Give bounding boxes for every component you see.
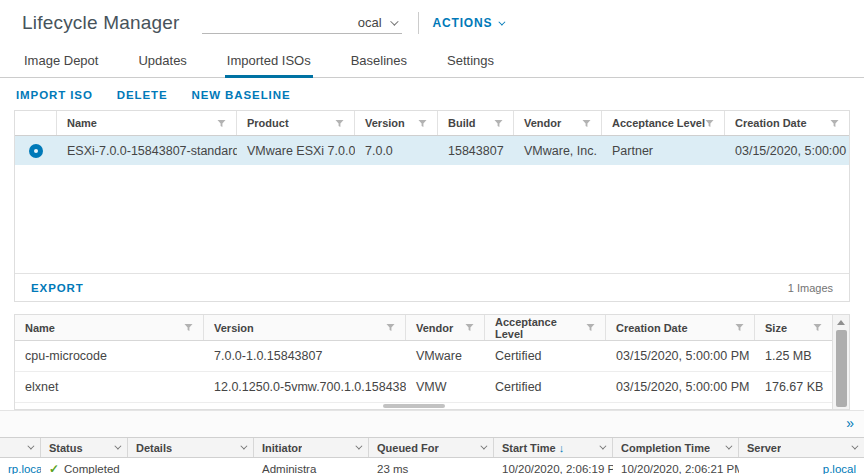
filter-icon[interactable]: [418, 119, 427, 128]
scroll-up-button[interactable]: [833, 315, 849, 329]
horizontal-scrollbar-thumb[interactable]: [383, 404, 445, 408]
delete-button[interactable]: DELETE: [117, 89, 168, 101]
filter-icon[interactable]: [705, 119, 714, 128]
iso-acceptance-cell: Partner: [602, 144, 725, 158]
column-header-version[interactable]: Version: [355, 111, 438, 135]
tab-settings[interactable]: Settings: [445, 46, 496, 77]
vertical-scrollbar[interactable]: [832, 315, 849, 409]
column-header-acceptance-level[interactable]: Acceptance Level: [485, 315, 606, 340]
page-title: Lifecycle Manager: [22, 12, 180, 34]
iso-product-cell: VMware ESXi 7.0.0: [237, 144, 355, 158]
column-header-name[interactable]: Name: [57, 111, 237, 135]
expand-panel-icon[interactable]: »: [846, 416, 854, 430]
column-header-target[interactable]: [0, 438, 41, 457]
table-row[interactable]: elxnet 12.0.1250.0-5vmw.700.1.0.15843807…: [15, 372, 832, 403]
chevron-down-icon[interactable]: [725, 443, 732, 450]
filter-icon[interactable]: [494, 119, 503, 128]
column-header-creation-date[interactable]: Creation Date: [606, 315, 755, 340]
column-header-queued-for[interactable]: Queued For: [369, 438, 494, 457]
column-header-vendor[interactable]: Vendor: [514, 111, 602, 135]
component-version-cell: 7.0.0-1.0.15843807: [204, 349, 406, 363]
task-queued-for-cell: 23 ms: [369, 463, 494, 474]
component-acceptance-cell: Certified: [485, 380, 606, 394]
tab-bar: Image Depot Updates Imported ISOs Baseli…: [0, 46, 864, 78]
filter-icon[interactable]: [813, 323, 822, 332]
chevron-down-icon[interactable]: [355, 443, 362, 450]
table-row[interactable]: cpu-microcode 7.0.0-1.0.15843807 VMware …: [15, 341, 832, 372]
image-count-label: 1 Images: [788, 282, 833, 294]
host-selector-value: ocal: [358, 15, 382, 30]
iso-name-cell: ESXi-7.0.0-15843807-standard: [57, 144, 237, 158]
new-baseline-button[interactable]: NEW BASELINE: [192, 89, 291, 101]
task-target-link[interactable]: rp.local: [8, 463, 41, 474]
tab-updates[interactable]: Updates: [136, 46, 188, 77]
imported-isos-table: Name Product Version Build Vendor Accept…: [14, 110, 850, 302]
iso-version-cell: 7.0.0: [355, 144, 438, 158]
components-table: Name Version Vendor Acceptance Level Cre…: [14, 314, 850, 410]
column-header-start-time[interactable]: Start Time ↓: [494, 438, 613, 457]
component-name-cell: cpu-microcode: [15, 349, 204, 363]
chevron-down-icon[interactable]: [599, 443, 606, 450]
task-server-link[interactable]: p.local: [823, 463, 856, 474]
tab-baselines[interactable]: Baselines: [349, 46, 409, 77]
check-icon: ✓: [49, 462, 59, 474]
column-header-completion-time[interactable]: Completion Time: [613, 438, 739, 457]
component-name-cell: elxnet: [15, 380, 204, 394]
column-header-status[interactable]: Status: [41, 438, 128, 457]
recent-tasks-panel: » Status Details Initiator Queued For: [0, 410, 864, 474]
vertical-scrollbar-thumb[interactable]: [836, 330, 847, 407]
column-header-server[interactable]: Server: [739, 438, 864, 457]
column-header-version[interactable]: Version: [204, 315, 406, 340]
chevron-down-icon[interactable]: [480, 443, 487, 450]
task-target-cell: rp.local: [0, 463, 41, 474]
radio-selected-icon[interactable]: [29, 144, 43, 158]
tasks-table-header: Status Details Initiator Queued For Star…: [0, 437, 864, 458]
tab-imported-isos[interactable]: Imported ISOs: [225, 46, 313, 77]
column-header-product[interactable]: Product: [237, 111, 355, 135]
iso-table-empty-area: [15, 165, 849, 273]
export-button[interactable]: EXPORT: [31, 282, 84, 294]
chevron-down-icon: [499, 18, 506, 25]
chevron-down-icon[interactable]: [114, 443, 121, 450]
column-header-size[interactable]: Size: [755, 315, 832, 340]
iso-table-header: Name Product Version Build Vendor Accept…: [15, 111, 849, 136]
component-vendor-cell: VMW: [406, 380, 485, 394]
component-acceptance-cell: Certified: [485, 349, 606, 363]
filter-icon[interactable]: [735, 323, 744, 332]
column-header-acceptance-level[interactable]: Acceptance Level: [602, 111, 725, 135]
chevron-down-icon[interactable]: [851, 443, 858, 450]
task-status-cell: ✓ Completed: [41, 462, 128, 474]
column-header-details[interactable]: Details: [128, 438, 254, 457]
filter-icon[interactable]: [335, 119, 344, 128]
column-header-creation-date[interactable]: Creation Date: [725, 111, 849, 135]
filter-icon[interactable]: [184, 323, 193, 332]
row-radio-cell: [15, 144, 57, 158]
import-iso-button[interactable]: IMPORT ISO: [16, 89, 93, 101]
chevron-down-icon[interactable]: [240, 443, 247, 450]
table-row[interactable]: ESXi-7.0.0-15843807-standard VMware ESXi…: [15, 136, 849, 165]
filter-icon[interactable]: [830, 119, 839, 128]
actions-button[interactable]: ACTIONS: [433, 16, 504, 30]
filter-icon[interactable]: [217, 119, 226, 128]
task-start-time-cell: 10/20/2020, 2:06:19 PM: [494, 463, 613, 474]
horizontal-scrollbar[interactable]: [15, 403, 832, 409]
tab-image-depot[interactable]: Image Depot: [22, 46, 100, 77]
filter-icon[interactable]: [582, 119, 591, 128]
iso-vendor-cell: VMware, Inc.: [514, 144, 602, 158]
task-server-cell: p.local: [739, 463, 864, 474]
column-header-initiator[interactable]: Initiator: [254, 438, 369, 457]
chevron-down-icon[interactable]: [27, 443, 34, 450]
task-row[interactable]: rp.local ✓ Completed Administra 23 ms 10…: [0, 458, 864, 474]
iso-table-footer: EXPORT 1 Images: [15, 273, 849, 301]
triangle-up-icon: [837, 320, 845, 325]
components-table-header: Name Version Vendor Acceptance Level Cre…: [15, 315, 832, 341]
column-header-build[interactable]: Build: [438, 111, 514, 135]
component-creation-date-cell: 03/15/2020, 5:00:00 PM: [606, 349, 755, 363]
column-header-vendor[interactable]: Vendor: [406, 315, 485, 340]
filter-icon[interactable]: [465, 323, 474, 332]
actions-label: ACTIONS: [433, 16, 493, 30]
column-header-name[interactable]: Name: [15, 315, 204, 340]
filter-icon[interactable]: [586, 323, 595, 332]
host-selector-dropdown[interactable]: ocal: [202, 12, 402, 34]
filter-icon[interactable]: [386, 323, 395, 332]
